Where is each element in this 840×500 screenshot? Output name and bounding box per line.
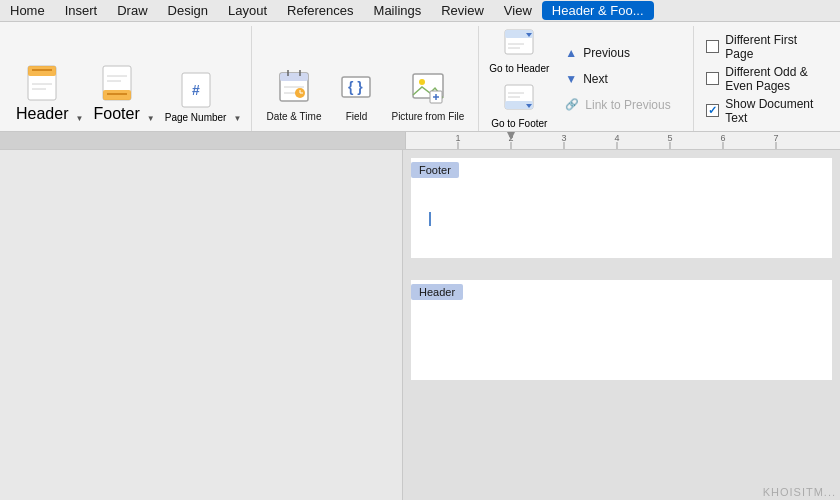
- footer-split-button[interactable]: Footer ▼: [89, 57, 156, 127]
- picture-from-file-label: Picture from File: [391, 111, 464, 123]
- menu-insert[interactable]: Insert: [55, 1, 108, 20]
- page-number-dropdown-arrow[interactable]: ▼: [231, 110, 243, 127]
- svg-rect-6: [103, 90, 131, 100]
- watermark: KHOISITM...: [763, 486, 836, 498]
- picture-from-file-button[interactable]: Picture from File: [385, 61, 470, 127]
- menu-bar: Home Insert Draw Design Layout Reference…: [0, 0, 840, 22]
- different-odd-even-label: Different Odd & Even Pages: [725, 65, 824, 93]
- header-split-button[interactable]: Header ▼: [12, 57, 85, 127]
- options-group: Different First Page Different Odd & Eve…: [694, 26, 836, 131]
- footer-cursor: [427, 209, 431, 227]
- right-panel: Footer Header KHOISITM...: [403, 150, 840, 500]
- svg-text:6: 6: [720, 133, 725, 143]
- menu-mailings[interactable]: Mailings: [364, 1, 432, 20]
- page-gap: [411, 264, 832, 274]
- menu-references[interactable]: References: [277, 1, 363, 20]
- go-to-footer-icon: [504, 84, 534, 116]
- next-label: Next: [583, 72, 608, 86]
- ruler-left: [0, 132, 405, 149]
- page-number-label: Page Number: [165, 112, 227, 123]
- page-number-button[interactable]: # Page Number: [161, 64, 231, 127]
- date-time-button[interactable]: Date & Time: [260, 61, 327, 127]
- menu-design[interactable]: Design: [158, 1, 218, 20]
- svg-text:3: 3: [561, 133, 566, 143]
- picture-icon: [409, 65, 447, 109]
- header-label: Header: [16, 105, 68, 123]
- different-first-page-checkbox[interactable]: [706, 40, 719, 53]
- left-panel: [0, 150, 403, 500]
- text-cursor: [429, 212, 431, 226]
- check-mark: ✓: [708, 104, 717, 117]
- different-first-page-row[interactable]: Different First Page: [706, 33, 824, 61]
- menu-view[interactable]: View: [494, 1, 542, 20]
- svg-point-24: [419, 79, 425, 85]
- svg-text:{ }: { }: [348, 79, 363, 95]
- go-to-footer-button[interactable]: Go to Footer: [483, 80, 555, 133]
- page-number-icon: #: [177, 68, 215, 112]
- different-odd-even-row[interactable]: Different Odd & Even Pages: [706, 65, 824, 93]
- document-area: Footer Header KHOISITM...: [0, 150, 840, 500]
- footer-icon: [98, 61, 136, 105]
- nav-stack: ▲ Previous ▼ Next 🔗 Link to Previous: [559, 30, 689, 127]
- previous-button[interactable]: ▲ Previous: [559, 41, 689, 65]
- footer-page-section: Footer: [411, 158, 832, 258]
- footer-section-label: Footer: [411, 162, 459, 178]
- link-to-previous-label: Link to Previous: [585, 98, 670, 112]
- link-icon: 🔗: [565, 98, 579, 111]
- ribbon-group-insert: Date & Time { } Field: [252, 26, 479, 131]
- show-document-text-row[interactable]: ✓ Show Document Text: [706, 97, 824, 125]
- svg-rect-1: [28, 66, 56, 76]
- show-document-text-checkbox[interactable]: ✓: [706, 104, 719, 117]
- date-time-label: Date & Time: [266, 111, 321, 123]
- next-button[interactable]: ▼ Next: [559, 67, 689, 91]
- previous-icon: ▲: [565, 46, 577, 60]
- go-to-header-label: Go to Header: [489, 63, 549, 74]
- ruler-right: 1 2 3 4 5 6 7: [405, 132, 840, 149]
- navigation-group: Go to Header Go to Footer: [479, 26, 694, 131]
- previous-label: Previous: [583, 46, 630, 60]
- menu-home[interactable]: Home: [0, 1, 55, 20]
- page-number-split-button[interactable]: # Page Number ▼: [161, 64, 244, 127]
- different-odd-even-checkbox[interactable]: [706, 72, 719, 85]
- go-to-header-icon: [504, 29, 534, 61]
- footer-dropdown-arrow[interactable]: ▼: [145, 110, 157, 127]
- footer-button[interactable]: Footer: [89, 57, 143, 127]
- go-to-header-button[interactable]: Go to Header: [483, 25, 555, 78]
- field-icon: { }: [337, 65, 375, 109]
- date-time-icon: [275, 65, 313, 109]
- footer-label: Footer: [93, 105, 139, 123]
- ribbon: Header ▼: [0, 22, 840, 132]
- svg-text:1: 1: [455, 133, 460, 143]
- header-button[interactable]: Header: [12, 57, 72, 127]
- svg-text:7: 7: [773, 133, 778, 143]
- svg-text:4: 4: [614, 133, 619, 143]
- menu-draw[interactable]: Draw: [107, 1, 157, 20]
- header-page-section: Header: [411, 280, 832, 380]
- svg-rect-13: [280, 73, 308, 81]
- field-label: Field: [346, 111, 368, 123]
- ruler: 1 2 3 4 5 6 7: [0, 132, 840, 150]
- header-dropdown-arrow[interactable]: ▼: [73, 110, 85, 127]
- svg-text:#: #: [192, 82, 200, 98]
- show-document-text-label: Show Document Text: [725, 97, 824, 125]
- ribbon-group-hfp: Header ▼: [4, 26, 252, 131]
- header-icon: [23, 61, 61, 105]
- field-button[interactable]: { } Field: [331, 61, 381, 127]
- go-to-footer-label: Go to Footer: [491, 118, 547, 129]
- svg-text:5: 5: [667, 133, 672, 143]
- menu-header-footer[interactable]: Header & Foo...: [542, 1, 654, 20]
- menu-layout[interactable]: Layout: [218, 1, 277, 20]
- different-first-page-label: Different First Page: [725, 33, 824, 61]
- next-icon: ▼: [565, 72, 577, 86]
- menu-review[interactable]: Review: [431, 1, 494, 20]
- header-section-label: Header: [411, 284, 463, 300]
- link-to-previous-button[interactable]: 🔗 Link to Previous: [559, 93, 689, 117]
